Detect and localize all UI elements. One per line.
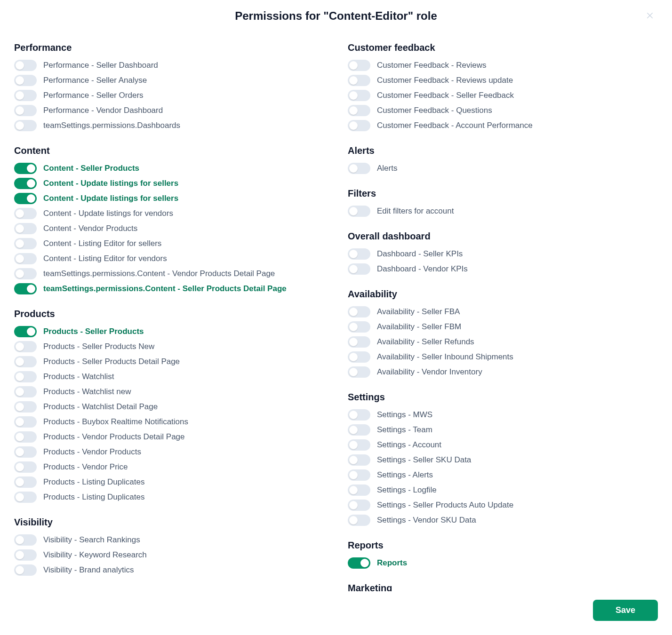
permission-toggle[interactable] [14, 401, 37, 413]
toggle-knob [16, 373, 24, 381]
permission-row: Customer Feedback - Reviews update [348, 73, 660, 88]
toggle-knob [349, 121, 358, 130]
permission-toggle[interactable] [14, 253, 37, 264]
permission-toggle[interactable] [14, 90, 37, 101]
permission-group-title: Alerts [348, 145, 660, 156]
permission-label: Dashboard - Vendor KPIs [377, 264, 468, 274]
permission-toggle[interactable] [14, 416, 37, 428]
toggle-knob [16, 448, 24, 456]
permission-toggle[interactable] [348, 439, 370, 451]
permission-toggle[interactable] [14, 208, 37, 219]
permission-toggle[interactable] [14, 105, 37, 116]
permission-toggle[interactable] [14, 238, 37, 249]
permission-label: Settings - Vendor SKU Data [377, 515, 476, 525]
permission-toggle[interactable] [348, 321, 370, 333]
permission-toggle[interactable] [14, 492, 37, 503]
permission-toggle[interactable] [348, 206, 370, 217]
toggle-knob [349, 486, 358, 494]
permission-toggle[interactable] [14, 223, 37, 234]
permission-toggle[interactable] [348, 60, 370, 71]
permission-group-title: Filters [348, 188, 660, 199]
permission-group: ProductsProducts - Seller ProductsProduc… [14, 309, 326, 505]
permission-toggle[interactable] [348, 484, 370, 496]
permission-toggle[interactable] [348, 263, 370, 275]
permission-row: Availability - Seller FBA [348, 304, 660, 319]
permission-row: Content - Listing Editor for vendors [14, 251, 326, 266]
permission-toggle[interactable] [14, 163, 37, 174]
permission-group: VisibilityVisibility - Search RankingsVi… [14, 517, 326, 578]
permission-toggle[interactable] [14, 461, 37, 473]
permission-label: Settings - Alerts [377, 470, 433, 480]
permissions-column: PerformancePerformance - Seller Dashboar… [14, 42, 326, 591]
permission-group: AlertsAlerts [348, 145, 660, 176]
permission-toggle[interactable] [348, 306, 370, 318]
permission-row: Products - Seller Products [14, 324, 326, 339]
permission-row: Products - Watchlist [14, 369, 326, 384]
permission-toggle[interactable] [348, 469, 370, 481]
permission-toggle[interactable] [14, 75, 37, 86]
permission-toggle[interactable] [14, 178, 37, 189]
permission-toggle[interactable] [348, 105, 370, 116]
permission-toggle[interactable] [348, 75, 370, 86]
permission-label: Products - Watchlist new [43, 387, 131, 397]
permission-toggle[interactable] [14, 268, 37, 279]
permission-toggle[interactable] [14, 60, 37, 71]
permission-label: Settings - MWS [377, 410, 432, 420]
toggle-knob [16, 478, 24, 486]
permission-label: Edit filters for account [377, 206, 454, 216]
permission-toggle[interactable] [348, 120, 370, 131]
permission-label: Content - Listing Editor for sellers [43, 238, 161, 248]
permission-toggle[interactable] [14, 564, 37, 576]
permission-toggle[interactable] [14, 534, 37, 546]
permission-label: teamSettings.permissions.Content - Selle… [43, 284, 287, 294]
permission-toggle[interactable] [14, 193, 37, 204]
toggle-knob [349, 501, 358, 509]
permission-row: Products - Watchlist Detail Page [14, 399, 326, 414]
permission-label: Products - Vendor Products Detail Page [43, 432, 185, 442]
save-button[interactable]: Save [593, 600, 658, 621]
permission-group: SettingsSettings - MWSSettings - TeamSet… [348, 392, 660, 528]
permission-toggle[interactable] [14, 283, 37, 294]
permission-label: Products - Listing Duplicates [43, 477, 144, 487]
permission-toggle[interactable] [348, 424, 370, 436]
toggle-knob [349, 426, 358, 434]
permission-toggle[interactable] [348, 336, 370, 348]
toggle-knob [16, 433, 24, 441]
permission-toggle[interactable] [14, 431, 37, 443]
permission-toggle[interactable] [14, 120, 37, 131]
permission-toggle[interactable] [14, 341, 37, 352]
permission-toggle[interactable] [14, 356, 37, 367]
permission-label: Performance - Vendor Dashboard [43, 105, 163, 115]
permission-toggle[interactable] [14, 549, 37, 561]
permission-group: FiltersEdit filters for account [348, 188, 660, 219]
permission-toggle[interactable] [348, 500, 370, 511]
permission-label: Products - Watchlist [43, 372, 114, 381]
permission-toggle[interactable] [14, 326, 37, 337]
toggle-knob [349, 265, 358, 273]
permission-toggle[interactable] [14, 371, 37, 382]
modal-body[interactable]: PerformancePerformance - Seller Dashboar… [14, 33, 668, 591]
permission-toggle[interactable] [348, 515, 370, 526]
permission-toggle[interactable] [348, 366, 370, 378]
permission-label: Content - Vendor Products [43, 223, 137, 233]
permission-toggle[interactable] [14, 476, 37, 488]
permission-toggle[interactable] [348, 454, 370, 466]
permission-toggle[interactable] [348, 163, 370, 174]
toggle-knob [16, 566, 24, 574]
permission-label: Availability - Seller FBM [377, 322, 461, 332]
permission-toggle[interactable] [348, 90, 370, 101]
permission-toggle[interactable] [348, 351, 370, 363]
toggle-knob [349, 61, 358, 70]
permission-toggle[interactable] [348, 248, 370, 260]
permission-toggle[interactable] [348, 557, 370, 569]
close-button[interactable] [646, 11, 660, 25]
permission-label: Content - Update listings for sellers [43, 178, 178, 188]
permission-label: Content - Seller Products [43, 163, 139, 173]
permission-group-title: Overall dashboard [348, 231, 660, 242]
permission-group-title: Performance [14, 42, 326, 53]
permission-group-title: Reports [348, 540, 660, 551]
permission-toggle[interactable] [14, 446, 37, 458]
permission-toggle[interactable] [348, 409, 370, 421]
permission-toggle[interactable] [14, 386, 37, 397]
permission-label: Availability - Seller FBA [377, 307, 460, 317]
